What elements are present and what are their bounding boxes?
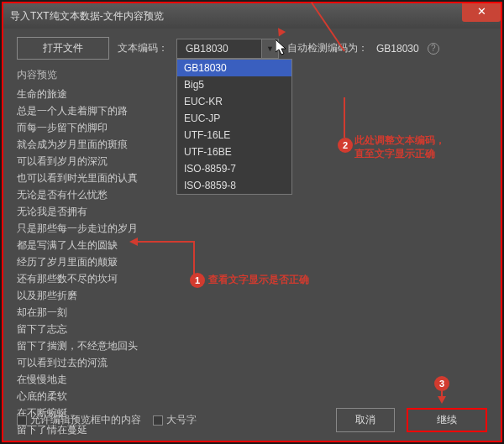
dropdown-item[interactable]: GB18030 bbox=[177, 60, 291, 76]
annotation-badge-1: 1 bbox=[190, 273, 205, 288]
auto-detect-label: 自动检测编码为： bbox=[287, 41, 368, 55]
preview-line: 留下了揣测，不经意地回头 bbox=[17, 337, 487, 354]
open-file-button[interactable]: 打开文件 bbox=[17, 37, 109, 60]
encoding-select[interactable]: GB18030 ▼ bbox=[176, 39, 279, 59]
encoding-value: GB18030 bbox=[177, 43, 261, 55]
allow-edit-checkbox[interactable]: 允许编辑预览框中的内容 bbox=[17, 413, 141, 427]
preview-line: 只是那些每一步走过的岁月 bbox=[17, 220, 487, 237]
annotation-arrow-1 bbox=[134, 241, 193, 243]
svg-marker-0 bbox=[276, 39, 286, 55]
annotation-arrowhead-1 bbox=[129, 238, 138, 246]
preview-line: 却在那一刻 bbox=[17, 304, 487, 321]
help-icon[interactable]: ? bbox=[428, 43, 439, 55]
big-font-label: 大号字 bbox=[166, 414, 197, 426]
allow-edit-label: 允许编辑预览框中的内容 bbox=[30, 414, 141, 426]
cursor-icon bbox=[276, 39, 289, 56]
big-font-checkbox[interactable]: 大号字 bbox=[153, 413, 197, 427]
dropdown-item[interactable]: Big5 bbox=[177, 76, 291, 93]
dropdown-item[interactable]: EUC-JP bbox=[177, 110, 291, 127]
dropdown-item[interactable]: ISO-8859-8 bbox=[177, 177, 291, 194]
annotation-note-1: 查看文字显示是否正确 bbox=[208, 273, 309, 287]
annotation-arrow-2b bbox=[344, 97, 345, 138]
encoding-dropdown-list[interactable]: GB18030 Big5 EUC-KR EUC-JP UTF-16LE UTF-… bbox=[176, 59, 292, 195]
close-button[interactable]: ✕ bbox=[462, 3, 501, 22]
preview-line: 经历了岁月里面的颠簸 bbox=[17, 253, 487, 270]
annotation-note-2a: 此处调整文本编码， bbox=[354, 133, 445, 148]
dropdown-item[interactable]: EUC-KR bbox=[177, 93, 291, 110]
preview-line: 在慢慢地走 bbox=[17, 371, 487, 388]
annotation-note-2b: 直至文字显示正确 bbox=[354, 147, 435, 161]
dropdown-item[interactable]: UTF-16BE bbox=[177, 144, 291, 160]
cancel-button[interactable]: 取消 bbox=[336, 408, 395, 432]
preview-line: 无论我是否拥有 bbox=[17, 203, 487, 220]
preview-line: 以及那些折磨 bbox=[17, 287, 487, 304]
window-title: 导入TXT纯文本数据-文件内容预览 bbox=[10, 9, 164, 24]
continue-button[interactable]: 继续 bbox=[407, 408, 487, 432]
preview-line: 心底的柔软 bbox=[17, 388, 487, 405]
preview-line: 可以看到过去的河流 bbox=[17, 354, 487, 371]
encoding-label: 文本编码： bbox=[118, 41, 168, 55]
preview-line: 都是写满了人生的圆缺 bbox=[17, 237, 487, 253]
annotation-badge-2: 2 bbox=[338, 138, 353, 153]
annotation-badge-3: 3 bbox=[434, 376, 449, 391]
annotation-arrow-1b bbox=[193, 241, 195, 274]
preview-line: 留下了志忘 bbox=[17, 321, 487, 337]
annotation-arrowhead-3 bbox=[438, 396, 446, 404]
auto-detect-value: GB18030 bbox=[376, 43, 419, 55]
titlebar: 导入TXT纯文本数据-文件内容预览 ✕ bbox=[3, 3, 501, 29]
dropdown-item[interactable]: UTF-16LE bbox=[177, 127, 291, 144]
dropdown-item[interactable]: ISO-8859-7 bbox=[177, 160, 291, 177]
